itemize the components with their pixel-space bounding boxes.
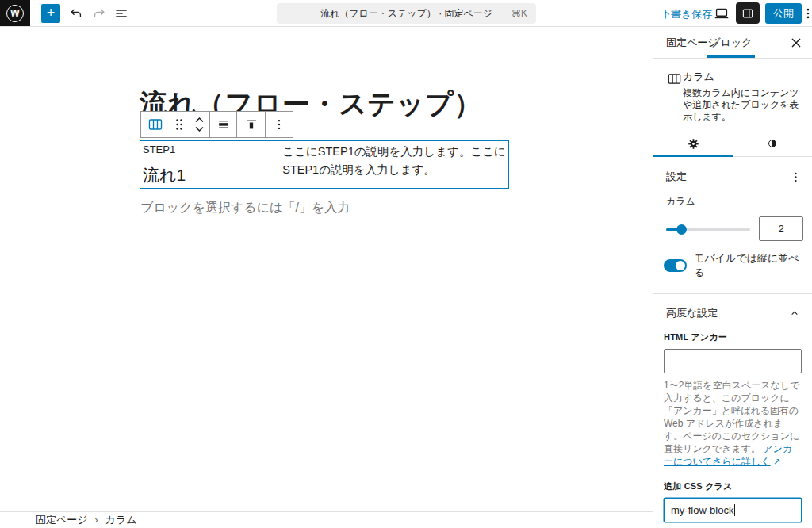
laptop-icon <box>713 5 730 22</box>
column-description[interactable]: ここにSTEP1の説明を入力します。ここにSTEP1の説明を入力します。 <box>282 141 508 188</box>
settings-panel: 設定 カラム モバイルでは縦に並べる <box>653 157 812 294</box>
slider-thumb[interactable] <box>676 224 687 235</box>
justification-button[interactable] <box>210 112 236 137</box>
drag-dots-icon <box>174 117 185 132</box>
block-card-description: 複数カラム内にコンテンツや追加されたブロックを表示します。 <box>683 87 803 123</box>
css-class-input[interactable]: my-flow-block <box>664 498 802 522</box>
tab-settings[interactable] <box>653 131 733 156</box>
justification-icon <box>216 117 232 132</box>
editor-canvas[interactable]: 流れ（フロー・ステップ） <box>0 27 653 511</box>
tab-block[interactable]: ブロック <box>707 27 755 59</box>
undo-button[interactable] <box>67 4 86 23</box>
save-draft-button[interactable]: 下書き保存 <box>661 7 712 21</box>
settings-panel-title: 設定 <box>666 170 687 184</box>
list-view-icon <box>113 6 129 21</box>
breadcrumb-page[interactable]: 固定ページ <box>36 513 88 527</box>
css-class-label: 追加 CSS クラス <box>664 480 802 492</box>
block-type-button[interactable] <box>141 112 170 137</box>
advanced-panel: 高度な設定 HTML アンカー 1〜2単語を空白スペースなしで入力すると、このブ… <box>653 294 812 528</box>
html-anchor-label: HTML アンカー <box>664 331 802 343</box>
vertical-align-button[interactable] <box>237 112 265 137</box>
step-label[interactable]: STEP1 <box>143 143 282 156</box>
header-options-button[interactable] <box>799 4 812 23</box>
styles-half-circle-icon <box>766 137 779 150</box>
block-mover[interactable] <box>189 112 209 137</box>
anchor-help-text: 1〜2単語を空白スペースなしで入力すると、このブロックに「アンカー」と呼ばれる固… <box>664 379 802 468</box>
document-title: 流れ（フロー・ステップ） · 固定ページ <box>320 7 492 21</box>
block-card-title: カラム <box>683 70 803 84</box>
breadcrumb-bar: 固定ページ › カラム <box>0 511 653 528</box>
text-caret <box>734 504 735 516</box>
block-toolbar <box>140 111 293 138</box>
active-inspector-tab-indicator <box>653 155 733 157</box>
kebab-menu-icon <box>272 117 286 132</box>
plus-icon: + <box>47 5 56 21</box>
wordpress-logo-icon: W <box>6 5 24 22</box>
settings-options-button[interactable] <box>789 170 802 184</box>
close-sidebar-button[interactable] <box>787 33 806 52</box>
inspector-tabs <box>653 131 812 157</box>
move-up-down-icon <box>193 114 205 135</box>
chevron-up-icon <box>788 307 801 319</box>
external-link-icon: ↗ <box>773 457 780 466</box>
kebab-menu-icon <box>801 6 812 21</box>
command-shortcut: ⌘K <box>511 8 527 19</box>
columns-count-input[interactable] <box>759 216 803 241</box>
breadcrumb-block: カラム <box>105 513 137 527</box>
command-center[interactable]: 流れ（フロー・ステップ） · 固定ページ ⌘K <box>277 3 536 24</box>
settings-sidebar: 固定ページ ブロック カラム 複数カラム内にコンテンツや追加されたブロックを表示… <box>653 27 812 528</box>
tab-styles[interactable] <box>733 131 812 156</box>
advanced-panel-header[interactable]: 高度な設定 <box>653 294 812 331</box>
redo-icon <box>91 6 107 21</box>
advanced-panel-title: 高度な設定 <box>666 306 718 320</box>
column-step[interactable]: STEP1 流れ1 <box>140 141 282 188</box>
stack-on-mobile-label: モバイルでは縦に並べる <box>694 251 799 280</box>
list-view-button[interactable] <box>112 4 131 23</box>
block-options-button[interactable] <box>266 112 293 137</box>
editor-top-bar: W + 流れ（フロー・ステップ） · 固定ページ ⌘K 下書き保存 <box>0 0 812 27</box>
settings-sidebar-toggle[interactable] <box>736 2 760 24</box>
columns-icon <box>666 71 683 87</box>
html-anchor-input[interactable] <box>664 349 802 373</box>
close-icon <box>791 37 802 48</box>
wordpress-logo[interactable]: W <box>0 0 30 26</box>
block-appender-placeholder[interactable]: ブロックを選択するには「/」を入力 <box>140 200 350 216</box>
selected-columns-block[interactable]: STEP1 流れ1 ここにSTEP1の説明を入力します。ここにSTEP1の説明を… <box>140 140 509 189</box>
breadcrumb: 固定ページ › カラム <box>36 513 137 527</box>
publish-button[interactable]: 公開 <box>765 3 802 24</box>
gear-icon <box>687 137 700 151</box>
columns-icon <box>147 116 164 133</box>
stack-on-mobile-toggle[interactable] <box>664 259 687 272</box>
undo-icon <box>68 6 84 21</box>
redo-button[interactable] <box>90 4 109 23</box>
sidebar-panel-icon <box>741 6 755 21</box>
columns-slider[interactable] <box>666 228 750 231</box>
columns-count-label: カラム <box>666 195 799 209</box>
preview-button[interactable] <box>712 4 731 23</box>
sidebar-tabs: 固定ページ ブロック <box>653 27 812 59</box>
block-card: カラム 複数カラム内にコンテンツや追加されたブロックを表示します。 <box>653 59 812 131</box>
step-name[interactable]: 流れ1 <box>143 166 282 185</box>
add-block-button[interactable]: + <box>41 4 60 23</box>
breadcrumb-separator-icon: › <box>95 515 98 526</box>
active-tab-indicator <box>707 55 755 58</box>
vertical-align-top-icon <box>243 117 259 132</box>
drag-handle[interactable] <box>170 112 189 137</box>
